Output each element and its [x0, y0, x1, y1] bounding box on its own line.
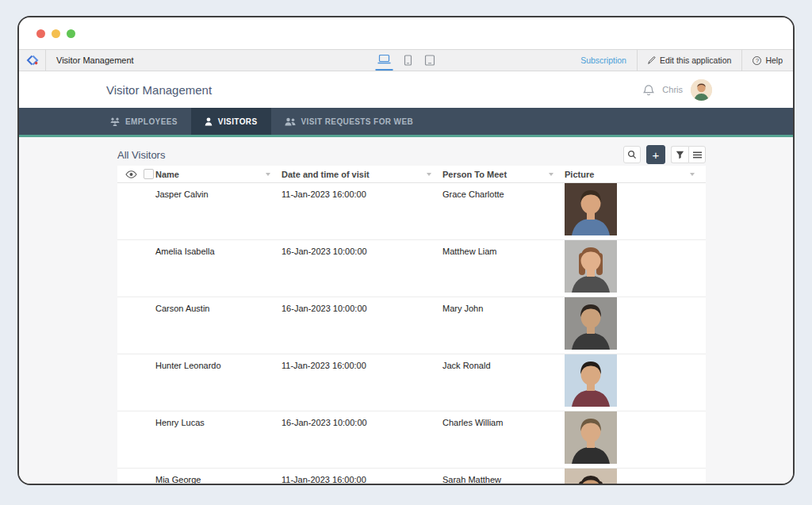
edit-application-button[interactable]: Edit this application — [637, 50, 741, 71]
toolbar-right: Subscription Edit this application ? Hel… — [570, 50, 793, 71]
filter-funnel-icon — [676, 151, 684, 159]
cell-datetime: 16-Jan-2023 10:00:00 — [282, 297, 442, 313]
header-tools-cell — [117, 169, 155, 179]
page-title: Visitor Management — [106, 83, 212, 97]
pencil-icon — [648, 56, 656, 64]
visit-requests-icon — [285, 117, 296, 126]
builder-toolbar: Visitor Management — [19, 49, 793, 71]
table-row[interactable]: Amelia Isabella 16-Jan-2023 10:00:00 Mat… — [117, 240, 706, 297]
user-avatar[interactable] — [691, 79, 712, 101]
tablet-icon — [425, 55, 435, 66]
cell-datetime: 11-Jan-2023 16:00:00 — [282, 354, 442, 370]
cell-name: Amelia Isabella — [155, 240, 282, 256]
filter-button[interactable] — [671, 146, 688, 163]
table-header-row: Name Date and time of visit Person To Me… — [117, 166, 706, 183]
more-options-button[interactable] — [688, 146, 706, 163]
column-header-person-label: Person To Meet — [442, 170, 507, 179]
device-view-switcher — [376, 50, 437, 71]
user-name: Chris — [662, 85, 683, 94]
desktop-view-button[interactable] — [376, 50, 393, 71]
cell-person-to-meet: Charles William — [442, 411, 565, 427]
phone-view-button[interactable] — [403, 50, 414, 71]
toolbar-app-name: Visitor Management — [46, 50, 134, 71]
sort-caret-icon — [427, 173, 431, 176]
creator-logo-icon — [26, 55, 39, 67]
sort-caret-icon — [266, 173, 270, 176]
cell-datetime: 11-Jan-2023 16:00:00 — [282, 469, 442, 484]
tab-visitors[interactable]: VISITORS — [191, 108, 271, 135]
add-record-button[interactable]: + — [646, 145, 665, 164]
visitor-photo — [565, 342, 617, 351]
cell-datetime: 11-Jan-2023 16:00:00 — [282, 183, 442, 199]
visitors-table: Name Date and time of visit Person To Me… — [117, 166, 706, 484]
edit-application-label: Edit this application — [660, 55, 731, 65]
column-header-date[interactable]: Date and time of visit — [282, 170, 442, 179]
report-toolbar: All Visitors + — [117, 143, 706, 166]
search-icon — [627, 150, 637, 159]
employees-icon — [110, 117, 120, 126]
cell-person-to-meet: Mary John — [442, 297, 565, 313]
visitor-photo — [565, 399, 617, 408]
tab-visit-requests-for-web[interactable]: VISIT REQUESTS FOR WEB — [271, 108, 427, 135]
table-row[interactable]: Hunter Leonardo 11-Jan-2023 16:00:00 Jac… — [117, 354, 706, 411]
tab-employees-label: EMPLOYEES — [125, 117, 178, 126]
visitor-photo — [565, 228, 617, 237]
minimize-window-button[interactable] — [52, 29, 60, 38]
user-avatar-image — [691, 79, 712, 101]
cell-person-to-meet: Sarah Matthew — [442, 469, 565, 484]
column-header-date-label: Date and time of visit — [282, 170, 370, 179]
table-row[interactable]: Carson Austin 16-Jan-2023 10:00:00 Mary … — [117, 297, 706, 354]
visitor-icon — [205, 117, 213, 126]
cell-person-to-meet: Jack Ronald — [442, 354, 565, 370]
cell-person-to-meet: Matthew Liam — [442, 240, 565, 256]
sort-caret-icon — [690, 173, 695, 176]
table-row[interactable]: Mia George 11-Jan-2023 16:00:00 Sarah Ma… — [117, 469, 706, 484]
browser-titlebar — [19, 17, 793, 49]
cell-person-to-meet: Grace Charlotte — [442, 183, 565, 199]
cell-datetime: 16-Jan-2023 10:00:00 — [282, 240, 442, 256]
visitor-photo — [565, 285, 617, 294]
tab-visit-requests-label: VISIT REQUESTS FOR WEB — [301, 117, 414, 126]
hamburger-menu-icon — [693, 151, 702, 159]
cell-name: Jasper Calvin — [155, 183, 282, 199]
cell-name: Hunter Leonardo — [155, 354, 282, 370]
help-icon: ? — [753, 56, 761, 65]
close-window-button[interactable] — [36, 29, 45, 38]
header-right: Chris — [643, 79, 712, 101]
column-header-person[interactable]: Person To Meet — [442, 170, 565, 179]
tab-employees[interactable]: EMPLOYEES — [97, 108, 191, 135]
table-row[interactable]: Henry Lucas 16-Jan-2023 10:00:00 Charles… — [117, 411, 706, 469]
column-header-picture-label: Picture — [565, 170, 594, 179]
phone-icon — [404, 55, 412, 66]
application-header: Visitor Management Chris — [19, 71, 793, 108]
tab-visitors-label: VISITORS — [218, 117, 258, 126]
eye-icon[interactable] — [125, 170, 137, 178]
help-label: Help — [765, 55, 783, 65]
cell-name: Henry Lucas — [155, 411, 282, 427]
cell-datetime: 16-Jan-2023 10:00:00 — [282, 411, 442, 427]
creator-logo[interactable] — [19, 50, 46, 71]
report-content: All Visitors + — [19, 137, 793, 484]
column-header-picture[interactable]: Picture — [565, 170, 706, 179]
search-button[interactable] — [623, 146, 641, 163]
help-button[interactable]: ? Help — [741, 50, 793, 71]
subscription-link[interactable]: Subscription — [570, 50, 637, 71]
select-all-checkbox[interactable] — [144, 169, 154, 179]
table-row[interactable]: Jasper Calvin 11-Jan-2023 16:00:00 Grace… — [117, 183, 706, 240]
main-nav: EMPLOYEES VISITORS VISIT REQUESTS FOR WE… — [19, 108, 793, 135]
notification-bell-icon[interactable] — [643, 84, 654, 96]
cell-name: Carson Austin — [155, 297, 282, 313]
subscription-label: Subscription — [580, 55, 626, 65]
laptop-icon — [377, 54, 392, 65]
cell-name: Mia George — [155, 469, 282, 484]
visitor-photo — [565, 456, 617, 465]
report-actions: + — [623, 145, 706, 164]
app-window: Visitor Management — [17, 16, 795, 485]
column-header-name[interactable]: Name — [155, 170, 282, 179]
filter-menu-group — [671, 146, 706, 163]
maximize-window-button[interactable] — [67, 29, 75, 38]
sort-caret-icon — [549, 173, 553, 176]
report-title: All Visitors — [117, 149, 165, 161]
column-header-name-label: Name — [155, 170, 179, 179]
tablet-view-button[interactable] — [423, 50, 437, 71]
